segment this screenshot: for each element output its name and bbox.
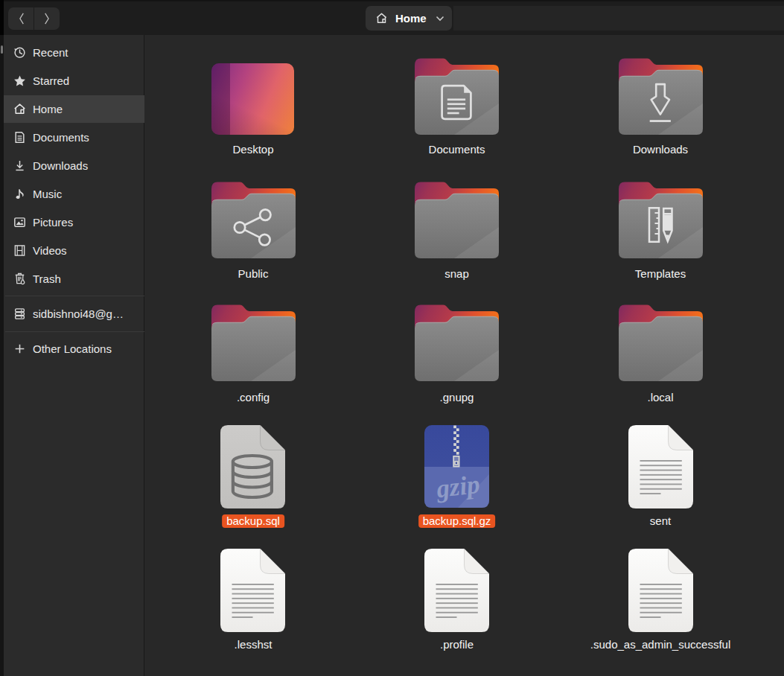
svg-text:gzip: gzip <box>434 470 482 504</box>
